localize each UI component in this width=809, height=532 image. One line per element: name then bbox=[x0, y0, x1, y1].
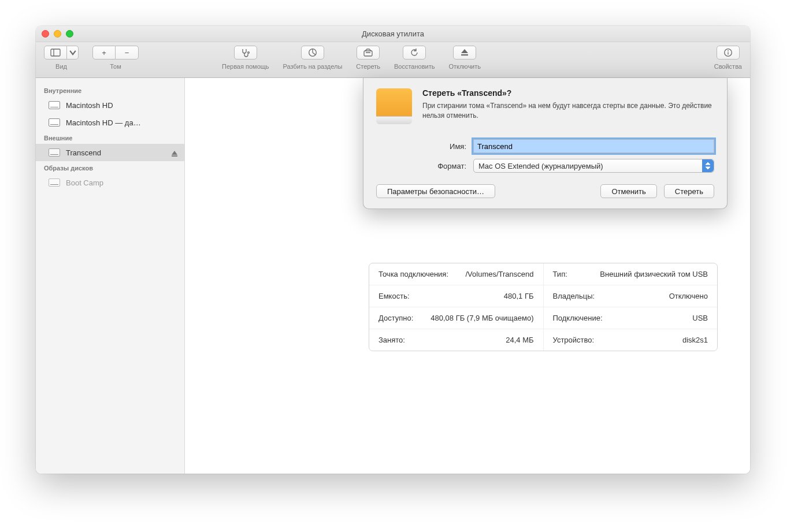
sidebar-item-label: Macintosh HD — да… bbox=[66, 118, 141, 127]
erase-confirm-button[interactable]: Стереть bbox=[664, 184, 714, 198]
sidebar-header-images: Образы дисков bbox=[36, 161, 184, 174]
sidebar-item-bootcamp[interactable]: Boot Camp bbox=[36, 174, 184, 191]
info-row: Емкость:480,1 ГБ bbox=[369, 285, 543, 307]
info-col-right: Тип:Внешний физический том USB Владельцы… bbox=[544, 263, 718, 351]
add-volume-button[interactable]: + bbox=[92, 46, 116, 59]
external-disk-icon bbox=[49, 148, 60, 157]
svg-point-8 bbox=[728, 50, 729, 51]
sidebar-item-label: Boot Camp bbox=[66, 178, 103, 187]
svg-marker-5 bbox=[461, 49, 468, 53]
info-row: Занято:24,4 МБ bbox=[369, 329, 543, 351]
info-row: Устройство:disk2s1 bbox=[544, 329, 718, 351]
external-drive-icon bbox=[376, 88, 412, 124]
toolbar-label-volume: Том bbox=[110, 63, 121, 70]
info-button[interactable] bbox=[717, 46, 740, 59]
cancel-button[interactable]: Отменить bbox=[600, 184, 656, 198]
sidebar-item-transcend[interactable]: Transcend bbox=[36, 144, 184, 161]
svg-rect-6 bbox=[461, 54, 468, 55]
sidebar-icon bbox=[50, 48, 61, 57]
format-select[interactable]: Mac OS Extended (журналируемый) bbox=[473, 159, 714, 173]
sidebar: Внутренние Macintosh HD Macintosh HD — д… bbox=[36, 78, 185, 474]
restore-icon bbox=[409, 48, 420, 57]
remove-volume-button[interactable]: − bbox=[116, 46, 139, 59]
info-row: Владельцы:Отключено bbox=[544, 285, 718, 307]
name-label: Имя: bbox=[376, 142, 473, 151]
sidebar-header-external: Внешние bbox=[36, 131, 184, 144]
toolbar-label-firstaid: Первая помощь bbox=[222, 63, 269, 70]
minimize-button[interactable] bbox=[54, 30, 61, 38]
disk-image-icon bbox=[49, 178, 60, 187]
sidebar-item-label: Transcend bbox=[66, 148, 101, 157]
svg-rect-0 bbox=[51, 49, 60, 56]
internal-disk-icon bbox=[49, 101, 60, 109]
chevron-down-icon bbox=[68, 48, 78, 57]
close-button[interactable] bbox=[42, 30, 49, 38]
toolbar-label-view: Вид bbox=[55, 63, 67, 70]
security-options-button[interactable]: Параметры безопасности… bbox=[376, 184, 495, 198]
zoom-button[interactable] bbox=[66, 30, 73, 38]
info-row: Доступно:480,08 ГБ (7,9 МБ очищаемо) bbox=[369, 307, 543, 329]
info-row: Тип:Внешний физический том USB bbox=[544, 263, 718, 285]
info-row: Подключение:USB bbox=[544, 307, 718, 329]
toolbar-label-erase: Стереть bbox=[356, 63, 380, 70]
window-title: Дисковая утилита bbox=[362, 29, 424, 38]
restore-button[interactable] bbox=[403, 46, 426, 59]
view-sidebar-button[interactable] bbox=[44, 46, 67, 59]
select-arrows-icon bbox=[702, 159, 714, 172]
svg-marker-11 bbox=[706, 167, 710, 169]
info-icon bbox=[723, 48, 733, 57]
sidebar-item-label: Macintosh HD bbox=[66, 101, 113, 110]
info-row: Точка подключения:/Volumes/Transcend bbox=[369, 263, 543, 285]
format-value: Mac OS Extended (журналируемый) bbox=[478, 162, 603, 170]
toolbar-label-partition: Разбить на разделы bbox=[283, 63, 343, 70]
toolbar: Вид + − Том Первая помощь Разбить на раз… bbox=[36, 42, 750, 78]
unmount-button[interactable] bbox=[453, 46, 476, 59]
info-table: Точка подключения:/Volumes/Transcend Емк… bbox=[369, 263, 718, 351]
titlebar: Дисковая утилита bbox=[36, 26, 750, 42]
eject-icon[interactable] bbox=[172, 151, 177, 155]
view-menu-button[interactable] bbox=[67, 46, 79, 59]
dialog-message: При стирании тома «Transcend» на нем буд… bbox=[422, 101, 714, 121]
info-col-left: Точка подключения:/Volumes/Transcend Емк… bbox=[369, 263, 544, 351]
disk-utility-window: Дисковая утилита Вид + − Том Первая помо… bbox=[36, 26, 750, 474]
erase-dialog: Стереть «Transcend»? При стирании тома «… bbox=[363, 78, 728, 209]
svg-point-2 bbox=[247, 52, 249, 54]
sidebar-header-internal: Внутренние bbox=[36, 84, 184, 96]
partition-button[interactable] bbox=[301, 46, 324, 59]
eject-icon bbox=[459, 48, 470, 57]
toolbar-label-info: Свойства bbox=[714, 63, 742, 70]
toolbar-label-restore: Восстановить bbox=[394, 63, 435, 70]
sidebar-item-macintosh-hd[interactable]: Macintosh HD bbox=[36, 96, 184, 114]
main-pane: 480,1 ГБ Точка подключения:/Volumes/Tran… bbox=[185, 78, 750, 474]
format-label: Формат: bbox=[376, 162, 473, 170]
svg-marker-10 bbox=[706, 162, 710, 165]
window-body: Внутренние Macintosh HD Macintosh HD — д… bbox=[36, 78, 750, 474]
internal-disk-icon bbox=[49, 118, 60, 127]
svg-rect-4 bbox=[364, 51, 372, 56]
first-aid-button[interactable] bbox=[234, 46, 257, 59]
pie-icon bbox=[307, 48, 318, 57]
toolbar-label-unmount: Отключить bbox=[448, 63, 481, 70]
window-controls bbox=[42, 30, 73, 38]
name-input[interactable] bbox=[473, 139, 714, 153]
stethoscope-icon bbox=[240, 48, 251, 57]
dialog-title: Стереть «Transcend»? bbox=[422, 88, 714, 98]
erase-icon bbox=[363, 48, 373, 57]
erase-button[interactable] bbox=[357, 46, 380, 59]
sidebar-item-macintosh-hd-data[interactable]: Macintosh HD — да… bbox=[36, 114, 184, 131]
